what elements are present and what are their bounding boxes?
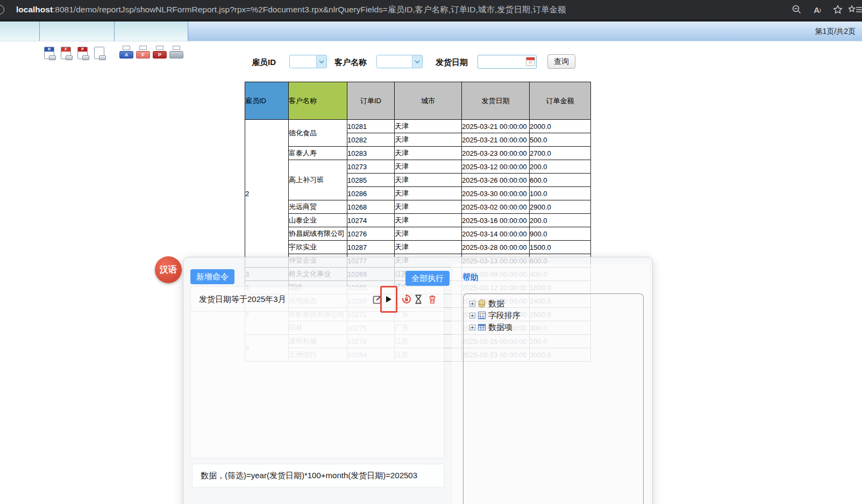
order-id-cell: 10283	[347, 147, 395, 160]
language-badge[interactable]: 汉语	[155, 256, 182, 283]
url-host: localhost	[16, 5, 53, 14]
reload-icon[interactable]	[0, 5, 4, 15]
url-text[interactable]: localhost:8081/demo/reportJsp/showNLRFor…	[16, 0, 566, 19]
export-doc-f-button[interactable]: F	[61, 47, 71, 59]
order-id-cell: 10268	[347, 200, 395, 214]
ship-date-cell: 2025-03-30 00:00:00	[462, 187, 530, 200]
tree-item-数据[interactable]: +数据	[464, 298, 643, 309]
order-id-cell: 10285	[347, 174, 395, 187]
print-a-button[interactable]: A	[119, 47, 133, 59]
column-header: 客户名称	[289, 82, 347, 120]
table-row: 协昌妮绒有限公司10276天津2025-03-14 00:00:00900.0	[245, 227, 591, 241]
city-cell: 天津	[395, 147, 462, 160]
order-amount-cell: 500.0	[530, 133, 591, 147]
customer-name-cell: 光远商贸	[289, 200, 347, 214]
mini-printer-icon	[99, 55, 106, 60]
chevron-down-icon[interactable]	[316, 55, 326, 68]
execute-all-button[interactable]: 全部执行	[405, 271, 450, 286]
toolbar-separator	[188, 21, 188, 41]
tree-item-label: 数据项	[488, 322, 512, 333]
order-amount-cell: 2900.0	[530, 200, 591, 214]
city-cell: 天津	[395, 227, 462, 241]
command-text: 发货日期等于2025年3月	[199, 287, 286, 312]
customer-name-select[interactable]	[376, 55, 423, 68]
toolbar-left-section	[0, 21, 188, 41]
mini-printer-icon	[66, 55, 73, 60]
run-command-highlight[interactable]	[380, 286, 397, 313]
hourglass-icon[interactable]	[413, 294, 424, 305]
customer-name-cell: 宇欣实业	[289, 241, 347, 254]
command-row[interactable]: 发货日期等于2025年3月	[191, 287, 444, 312]
chevron-down-icon[interactable]	[412, 55, 422, 68]
field-sort-icon	[478, 311, 486, 320]
order-amount-cell: 900.0	[530, 227, 591, 241]
city-cell: 天津	[395, 241, 462, 254]
employee-id-label: 雇员ID	[252, 57, 276, 68]
city-cell: 天津	[395, 214, 462, 227]
calendar-icon[interactable]	[526, 57, 535, 66]
expand-plus-icon[interactable]: +	[469, 301, 475, 307]
print-plain-button[interactable]	[169, 47, 183, 59]
query-button[interactable]: 查询	[547, 54, 575, 69]
customer-name-cell: 德化食品	[289, 120, 347, 147]
read-aloud-icon[interactable]: A)	[807, 0, 828, 19]
zoom-out-icon[interactable]	[787, 0, 807, 19]
export-doc-p-button[interactable]: P	[77, 47, 88, 59]
employee-id-cell: 2	[245, 120, 289, 268]
print-f-button[interactable]: F	[136, 47, 150, 59]
city-cell: 天津	[395, 187, 462, 200]
ship-date-cell: 2025-03-28 00:00:00	[462, 241, 530, 254]
toolbar-separator	[114, 21, 115, 41]
command-dialog: 新增命令 全部执行 发货日期等于2025年3月	[183, 257, 653, 504]
table-header-row: 雇员ID客户名称订单ID城市发货日期订单金额	[245, 82, 591, 120]
ship-date-cell: 2025-03-21 00:00:00	[462, 120, 530, 133]
city-cell: 天津	[395, 200, 462, 214]
city-cell: 天津	[395, 120, 462, 133]
customer-name-cell: 富泰人寿	[289, 147, 347, 160]
add-command-button[interactable]: 新增命令	[190, 269, 234, 284]
trash-icon[interactable]	[427, 294, 438, 305]
column-header: 雇员ID	[245, 82, 289, 120]
column-header: 城市	[395, 82, 462, 120]
customer-name-label: 客户名称	[334, 57, 367, 68]
tree-item-label: 字段排序	[488, 311, 521, 321]
report-toolbar: RFP AFP 第1页/共2页	[0, 21, 862, 41]
table-row: 光远商贸10268天津2025-03-02 00:00:002900.0	[245, 200, 591, 214]
order-id-cell: 10287	[347, 241, 395, 254]
ship-date-cell: 2025-03-12 00:00:00	[462, 160, 530, 174]
order-id-cell: 10273	[347, 160, 395, 174]
employee-id-select[interactable]	[289, 55, 327, 68]
help-button[interactable]: 帮助	[462, 272, 479, 283]
toolbar-right-section	[188, 21, 862, 41]
order-id-cell: 10276	[347, 227, 395, 241]
browser-address-bar[interactable]: localhost:8081/demo/reportJsp/showNLRFor…	[0, 0, 862, 19]
order-amount-cell: 100.0	[530, 187, 591, 200]
toolbar-separator	[39, 21, 40, 41]
export-doc-r-button[interactable]: R	[44, 47, 54, 59]
ship-date-cell: 2025-03-26 00:00:00	[462, 174, 530, 187]
ship-date-cell: 2025-03-23 00:00:00	[462, 147, 530, 160]
export-doc-blank-button[interactable]	[94, 47, 104, 59]
address-bar-actions: A)	[787, 0, 862, 19]
favorites-list-icon[interactable]	[848, 0, 862, 19]
favorite-star-icon[interactable]	[828, 0, 848, 19]
database-icon	[478, 299, 486, 308]
table-row: 高上补习班10273天津2025-03-12 00:00:00200.0	[245, 160, 591, 174]
customer-name-cell: 协昌妮绒有限公司	[289, 227, 347, 241]
order-amount-cell: 200.0	[530, 160, 591, 174]
city-cell: 天津	[395, 174, 462, 187]
ship-date-input[interactable]	[478, 55, 537, 69]
table-row: 2德化食品10281天津2025-03-21 00:00:002000.0	[245, 120, 591, 133]
play-icon[interactable]	[386, 296, 391, 303]
toolbar-underline	[0, 41, 862, 41]
expand-plus-icon[interactable]: +	[469, 313, 475, 319]
order-amount-cell: 2000.0	[530, 120, 591, 133]
lock-refresh-icon[interactable]	[401, 294, 412, 305]
tree-item-label: 数据	[488, 299, 504, 309]
tree-item-字段排序[interactable]: +字段排序	[464, 309, 643, 321]
formula-text: 数据，(筛选)=year(发货日期)*100+month(发货日期)=20250…	[193, 464, 444, 487]
print-p-button[interactable]: P	[153, 47, 167, 59]
tree-item-数据项[interactable]: +数据项	[464, 321, 643, 333]
expand-plus-icon[interactable]: +	[469, 325, 475, 330]
url-path: :8081/demo/reportJsp/showNLRFormReport.j…	[53, 5, 566, 14]
